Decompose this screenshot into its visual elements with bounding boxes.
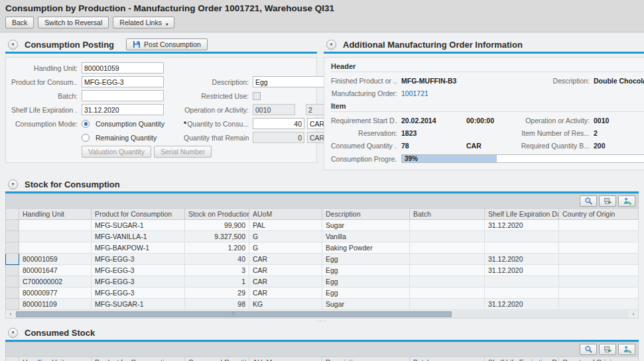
column-header[interactable]: Product for Consumption (92, 209, 185, 220)
table-cell[interactable]: 800001647 (19, 265, 92, 276)
quantity-remaining-input[interactable] (253, 132, 304, 143)
table-cell[interactable] (559, 287, 639, 299)
table-cell[interactable] (19, 231, 92, 242)
table-row[interactable]: 800001647MFG-EGG-33CAREgg31.12.2020 (6, 265, 639, 276)
consumption-quantity-radio[interactable]: Consumption Quantity (82, 120, 180, 128)
table-cell[interactable]: 29 (185, 287, 249, 299)
row-selector[interactable] (6, 287, 19, 299)
batch-input[interactable] (82, 90, 164, 101)
table-cell[interactable]: KG (249, 299, 322, 310)
column-header[interactable]: AUoM (249, 357, 322, 361)
table-cell[interactable]: 9.327,500 (185, 231, 249, 242)
table-cell[interactable]: CAR (249, 265, 322, 276)
table-cell[interactable] (19, 242, 92, 254)
table-cell[interactable] (410, 299, 485, 310)
table-cell[interactable] (410, 220, 485, 231)
column-header[interactable]: Handling Unit (19, 209, 92, 220)
column-header[interactable]: Country of Origin (559, 357, 639, 361)
table-cell[interactable]: PAL (249, 220, 322, 231)
table-cell[interactable] (559, 265, 639, 276)
table-cell[interactable]: 800000977 (19, 287, 92, 299)
personalize-button[interactable] (618, 195, 635, 207)
table-cell[interactable]: Egg (322, 287, 410, 299)
table-cell[interactable]: MFG-BAKPOW-1 (92, 242, 185, 254)
serial-number-button[interactable]: Serial Number (154, 146, 212, 158)
table-cell[interactable] (485, 276, 559, 287)
product-for-consumption-input[interactable] (82, 76, 164, 87)
table-row[interactable]: MFG-VANILLA-19.327,500GVanilla (6, 231, 639, 242)
table-cell[interactable]: MFG-SUGAR-1 (92, 220, 185, 231)
table-cell[interactable]: 31.12.2020 (485, 265, 559, 276)
table-cell[interactable]: Sugar (322, 220, 410, 231)
scrollbar-thumb[interactable] (16, 311, 452, 317)
table-cell[interactable]: 31.12.2020 (485, 254, 559, 265)
table-cell[interactable]: MFG-EGG-3 (92, 287, 185, 299)
table-cell[interactable]: Baking Powder (322, 242, 410, 254)
table-cell[interactable] (485, 231, 559, 242)
scroll-right-arrow-icon[interactable] (629, 311, 638, 318)
table-cell[interactable] (559, 254, 639, 265)
column-header[interactable]: Consumed Quantity (185, 357, 249, 361)
operation-activity-input[interactable] (253, 104, 295, 115)
table-cell[interactable] (559, 276, 639, 287)
table-cell[interactable]: 99,900 (185, 220, 249, 231)
collapse-additional-info-button chevron-down-icon[interactable] (326, 40, 336, 50)
scrollbar-track[interactable] (15, 311, 629, 318)
select-all-header[interactable] (6, 357, 19, 361)
row-selector[interactable] (6, 242, 19, 254)
column-header[interactable]: Shelf Life Expiration Date (485, 209, 559, 220)
search-button[interactable] (580, 195, 597, 207)
table-cell[interactable] (559, 299, 639, 310)
column-header[interactable]: AUoM (249, 209, 322, 220)
table-cell[interactable]: 40 (185, 254, 249, 265)
collapse-consumption-posting-button chevron-down-icon[interactable] (8, 40, 18, 50)
scroll-left-arrow-icon[interactable] (6, 311, 15, 318)
row-selector[interactable] (6, 265, 19, 276)
personalize-button[interactable] (618, 344, 635, 355)
column-header[interactable]: Batch (410, 209, 485, 220)
table-cell[interactable] (559, 242, 639, 254)
row-selector[interactable] (6, 276, 19, 287)
horizontal-scrollbar[interactable] (5, 310, 639, 319)
table-cell[interactable]: MFG-EGG-3 (92, 265, 185, 276)
table-cell[interactable]: G (249, 242, 322, 254)
table-cell[interactable] (559, 220, 639, 231)
table-cell[interactable] (410, 254, 485, 265)
remaining-quantity-radio[interactable]: Remaining Quantity (82, 134, 180, 142)
table-cell[interactable] (485, 242, 559, 254)
table-row[interactable]: 800000977MFG-EGG-329CAREgg (6, 287, 639, 299)
table-cell[interactable]: MFG-EGG-3 (92, 254, 185, 265)
table-cell[interactable]: 800001059 (19, 254, 92, 265)
export-button[interactable] (599, 344, 616, 355)
table-cell[interactable]: 31.12.2020 (485, 299, 559, 310)
table-cell[interactable] (410, 287, 485, 299)
table-cell[interactable]: 98 (185, 299, 249, 310)
column-header[interactable]: Description (322, 357, 410, 361)
collapse-stock-section-button chevron-down-icon[interactable] (8, 180, 18, 189)
table-cell[interactable] (410, 265, 485, 276)
column-header[interactable]: Shelf Life Expiration Date (485, 357, 559, 361)
column-header[interactable]: Product for Consumption (92, 357, 185, 361)
row-selector[interactable] (6, 231, 19, 242)
table-cell[interactable]: G (249, 231, 322, 242)
table-cell[interactable]: CAR (249, 287, 322, 299)
column-header[interactable]: Stock on Production Supply... (185, 209, 249, 220)
table-cell[interactable]: 800001109 (19, 299, 92, 310)
table-cell[interactable] (410, 242, 485, 254)
shelf-life-expiration-input[interactable] (82, 104, 164, 115)
column-header[interactable]: Batch (410, 357, 485, 361)
table-cell[interactable]: 3 (185, 265, 249, 276)
switch-to-reversal-button[interactable]: Switch to Reversal (38, 17, 109, 28)
table-cell[interactable]: 1.200 (185, 242, 249, 254)
row-selector[interactable] (6, 299, 19, 310)
table-cell[interactable] (485, 287, 559, 299)
table-cell[interactable] (19, 220, 92, 231)
table-cell[interactable]: Egg (322, 276, 410, 287)
table-resize-grip[interactable] (5, 319, 639, 323)
table-row[interactable]: 800001109MFG-SUGAR-198KGSugar31.12.2020 (6, 299, 639, 310)
table-cell[interactable]: Sugar (322, 299, 410, 310)
table-cell[interactable]: MFG-EGG-3 (92, 276, 185, 287)
valuation-quantity-button[interactable]: Valuation Quantity (82, 146, 151, 158)
handling-unit-input[interactable] (82, 62, 164, 74)
table-cell[interactable]: Egg (322, 254, 410, 265)
